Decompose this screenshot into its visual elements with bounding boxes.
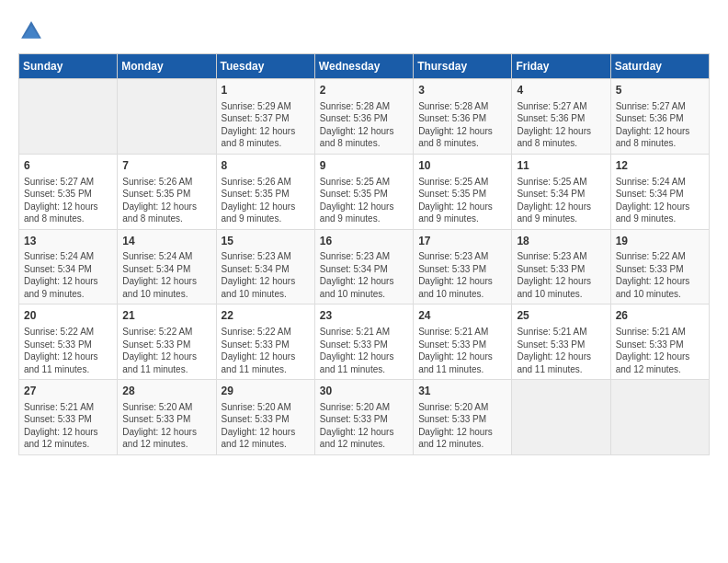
calendar-cell: 26Sunrise: 5:21 AMSunset: 5:33 PMDayligh… xyxy=(610,304,709,380)
week-row-5: 27Sunrise: 5:21 AMSunset: 5:33 PMDayligh… xyxy=(19,380,710,455)
day-info: Sunrise: 5:25 AMSunset: 5:35 PMDaylight:… xyxy=(418,176,506,225)
day-number: 10 xyxy=(418,158,506,174)
day-number: 13 xyxy=(24,234,112,249)
calendar-cell: 6Sunrise: 5:27 AMSunset: 5:35 PMDaylight… xyxy=(19,154,118,229)
day-info: Sunrise: 5:23 AMSunset: 5:33 PMDaylight:… xyxy=(418,250,506,300)
calendar-cell: 9Sunrise: 5:25 AMSunset: 5:35 PMDaylight… xyxy=(314,154,413,229)
calendar-cell: 5Sunrise: 5:27 AMSunset: 5:36 PMDaylight… xyxy=(610,79,709,155)
week-row-2: 6Sunrise: 5:27 AMSunset: 5:35 PMDaylight… xyxy=(19,154,710,229)
day-number: 14 xyxy=(122,234,210,249)
day-info: Sunrise: 5:21 AMSunset: 5:33 PMDaylight:… xyxy=(24,401,112,451)
calendar-cell xyxy=(118,79,216,155)
day-number: 12 xyxy=(616,158,704,174)
calendar-cell: 16Sunrise: 5:23 AMSunset: 5:34 PMDayligh… xyxy=(314,229,413,304)
day-header-sunday: Sunday xyxy=(19,54,118,79)
week-row-4: 20Sunrise: 5:22 AMSunset: 5:33 PMDayligh… xyxy=(19,304,710,380)
day-number: 11 xyxy=(517,158,605,174)
day-info: Sunrise: 5:20 AMSunset: 5:33 PMDaylight:… xyxy=(122,401,210,451)
calendar-cell xyxy=(512,380,610,455)
day-info: Sunrise: 5:22 AMSunset: 5:33 PMDaylight:… xyxy=(616,250,704,300)
day-number: 8 xyxy=(222,158,310,174)
day-info: Sunrise: 5:26 AMSunset: 5:35 PMDaylight:… xyxy=(222,176,310,225)
calendar-cell: 14Sunrise: 5:24 AMSunset: 5:34 PMDayligh… xyxy=(118,229,216,304)
calendar-cell: 24Sunrise: 5:21 AMSunset: 5:33 PMDayligh… xyxy=(414,304,512,380)
calendar-cell xyxy=(610,380,709,455)
calendar-cell: 29Sunrise: 5:20 AMSunset: 5:33 PMDayligh… xyxy=(216,380,314,455)
day-header-thursday: Thursday xyxy=(414,54,512,79)
day-number: 5 xyxy=(616,83,704,98)
day-number: 30 xyxy=(320,384,408,399)
logo xyxy=(18,18,48,44)
day-info: Sunrise: 5:28 AMSunset: 5:36 PMDaylight:… xyxy=(320,100,408,150)
calendar-cell: 20Sunrise: 5:22 AMSunset: 5:33 PMDayligh… xyxy=(19,304,118,380)
calendar-cell: 10Sunrise: 5:25 AMSunset: 5:35 PMDayligh… xyxy=(414,154,512,229)
day-info: Sunrise: 5:23 AMSunset: 5:34 PMDaylight:… xyxy=(320,250,408,300)
day-number: 1 xyxy=(222,83,310,98)
week-row-3: 13Sunrise: 5:24 AMSunset: 5:34 PMDayligh… xyxy=(19,229,710,304)
day-info: Sunrise: 5:20 AMSunset: 5:33 PMDaylight:… xyxy=(320,401,408,451)
day-number: 16 xyxy=(320,234,408,249)
calendar-cell: 7Sunrise: 5:26 AMSunset: 5:35 PMDaylight… xyxy=(118,154,216,229)
calendar-cell: 21Sunrise: 5:22 AMSunset: 5:33 PMDayligh… xyxy=(118,304,216,380)
day-number: 20 xyxy=(24,308,112,324)
calendar-cell: 19Sunrise: 5:22 AMSunset: 5:33 PMDayligh… xyxy=(610,229,709,304)
day-header-wednesday: Wednesday xyxy=(314,54,413,79)
day-info: Sunrise: 5:23 AMSunset: 5:33 PMDaylight:… xyxy=(517,250,605,300)
day-info: Sunrise: 5:26 AMSunset: 5:35 PMDaylight:… xyxy=(122,176,210,225)
day-info: Sunrise: 5:21 AMSunset: 5:33 PMDaylight:… xyxy=(320,326,408,375)
week-row-1: 1Sunrise: 5:29 AMSunset: 5:37 PMDaylight… xyxy=(19,79,710,155)
calendar-cell: 3Sunrise: 5:28 AMSunset: 5:36 PMDaylight… xyxy=(414,79,512,155)
calendar-cell: 17Sunrise: 5:23 AMSunset: 5:33 PMDayligh… xyxy=(414,229,512,304)
day-number: 26 xyxy=(616,308,704,324)
day-number: 28 xyxy=(122,384,210,399)
day-info: Sunrise: 5:20 AMSunset: 5:33 PMDaylight:… xyxy=(418,401,506,451)
day-number: 29 xyxy=(222,384,310,399)
calendar-cell: 2Sunrise: 5:28 AMSunset: 5:36 PMDaylight… xyxy=(314,79,413,155)
calendar-cell: 31Sunrise: 5:20 AMSunset: 5:33 PMDayligh… xyxy=(414,380,512,455)
day-header-saturday: Saturday xyxy=(610,54,709,79)
day-number: 23 xyxy=(320,308,408,324)
day-number: 25 xyxy=(517,308,605,324)
day-number: 21 xyxy=(122,308,210,324)
day-info: Sunrise: 5:22 AMSunset: 5:33 PMDaylight:… xyxy=(122,326,210,375)
logo-icon xyxy=(18,18,44,44)
day-info: Sunrise: 5:25 AMSunset: 5:35 PMDaylight:… xyxy=(320,176,408,225)
day-number: 15 xyxy=(222,234,310,249)
day-info: Sunrise: 5:24 AMSunset: 5:34 PMDaylight:… xyxy=(616,176,704,225)
day-header-tuesday: Tuesday xyxy=(216,54,314,79)
calendar-table: SundayMondayTuesdayWednesdayThursdayFrid… xyxy=(18,53,710,455)
day-header-friday: Friday xyxy=(512,54,610,79)
day-number: 18 xyxy=(517,234,605,249)
day-number: 24 xyxy=(418,308,506,324)
day-number: 27 xyxy=(24,384,112,399)
day-info: Sunrise: 5:22 AMSunset: 5:33 PMDaylight:… xyxy=(24,326,112,375)
calendar-cell: 25Sunrise: 5:21 AMSunset: 5:33 PMDayligh… xyxy=(512,304,610,380)
calendar-cell: 4Sunrise: 5:27 AMSunset: 5:36 PMDaylight… xyxy=(512,79,610,155)
day-number: 19 xyxy=(616,234,704,249)
day-number: 22 xyxy=(222,308,310,324)
day-info: Sunrise: 5:27 AMSunset: 5:35 PMDaylight:… xyxy=(24,176,112,225)
day-info: Sunrise: 5:22 AMSunset: 5:33 PMDaylight:… xyxy=(222,326,310,375)
calendar-cell: 30Sunrise: 5:20 AMSunset: 5:33 PMDayligh… xyxy=(314,380,413,455)
day-number: 4 xyxy=(517,83,605,98)
day-info: Sunrise: 5:25 AMSunset: 5:34 PMDaylight:… xyxy=(517,176,605,225)
day-header-monday: Monday xyxy=(118,54,216,79)
day-info: Sunrise: 5:24 AMSunset: 5:34 PMDaylight:… xyxy=(122,250,210,300)
day-number: 7 xyxy=(122,158,210,174)
calendar-cell: 15Sunrise: 5:23 AMSunset: 5:34 PMDayligh… xyxy=(216,229,314,304)
calendar-cell: 23Sunrise: 5:21 AMSunset: 5:33 PMDayligh… xyxy=(314,304,413,380)
calendar-cell: 12Sunrise: 5:24 AMSunset: 5:34 PMDayligh… xyxy=(610,154,709,229)
day-number: 3 xyxy=(418,83,506,98)
calendar-cell: 13Sunrise: 5:24 AMSunset: 5:34 PMDayligh… xyxy=(19,229,118,304)
day-info: Sunrise: 5:21 AMSunset: 5:33 PMDaylight:… xyxy=(517,326,605,375)
day-info: Sunrise: 5:20 AMSunset: 5:33 PMDaylight:… xyxy=(222,401,310,451)
day-info: Sunrise: 5:23 AMSunset: 5:34 PMDaylight:… xyxy=(222,250,310,300)
day-number: 6 xyxy=(24,158,112,174)
day-info: Sunrise: 5:27 AMSunset: 5:36 PMDaylight:… xyxy=(616,100,704,150)
day-info: Sunrise: 5:21 AMSunset: 5:33 PMDaylight:… xyxy=(418,326,506,375)
day-number: 31 xyxy=(418,384,506,399)
calendar-cell: 1Sunrise: 5:29 AMSunset: 5:37 PMDaylight… xyxy=(216,79,314,155)
day-info: Sunrise: 5:29 AMSunset: 5:37 PMDaylight:… xyxy=(222,100,310,150)
calendar-cell: 28Sunrise: 5:20 AMSunset: 5:33 PMDayligh… xyxy=(118,380,216,455)
day-info: Sunrise: 5:24 AMSunset: 5:34 PMDaylight:… xyxy=(24,250,112,300)
